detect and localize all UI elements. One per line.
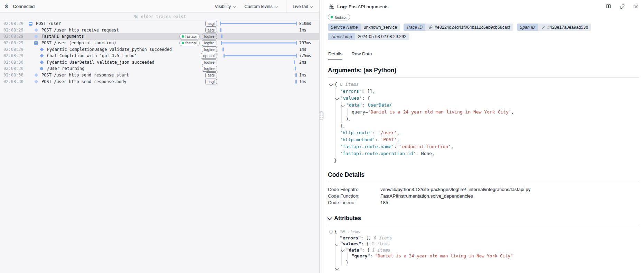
- attributes-section-title: Attributes: [328, 215, 639, 225]
- token: : {: [361, 241, 371, 246]
- token: "values": [340, 241, 361, 246]
- token: 6 items: [340, 82, 359, 87]
- trace-badges: asgi: [205, 27, 217, 33]
- token: : []: [361, 235, 374, 240]
- span-id-value[interactable]: #428e17a0ea9ad53b: [538, 24, 591, 31]
- chevron-down-icon[interactable]: [327, 215, 332, 220]
- indent-guide: [335, 253, 336, 259]
- scope-badge: logfire: [202, 46, 217, 52]
- service-badge: fastapi: [328, 14, 350, 20]
- tree-line: 'errors': [],: [328, 88, 639, 95]
- close-icon[interactable]: [633, 3, 639, 10]
- trace-badges: asgi: [205, 21, 217, 27]
- service-name-label: Service Name: [328, 24, 361, 31]
- token: 'http.method': [340, 137, 375, 142]
- trace-timeline: [220, 65, 297, 72]
- tree-line: 'data': UserData(: [328, 102, 639, 109]
- detail-panel: Log: FastAPI arguments fastapi Service N…: [323, 0, 644, 273]
- duration-bar: [220, 28, 221, 32]
- trace-row-time: 02:08:30: [3, 60, 24, 65]
- trace-badges: logfire: [202, 66, 217, 72]
- indent-guide: [335, 122, 336, 129]
- trace-timeline: [220, 59, 297, 66]
- live-tail-section: Live tail: [286, 0, 319, 12]
- scope-badge: asgi: [205, 79, 217, 84]
- trace-row[interactable]: 02:08:29POST /user (endpoint_function)fa…: [0, 40, 319, 46]
- trace-row[interactable]: 02:08:29Pydantic CompletionUsage validat…: [0, 46, 319, 53]
- duration-bar: [222, 47, 224, 51]
- attributes-title-text: Attributes: [334, 215, 361, 221]
- tab-details[interactable]: Details: [328, 51, 342, 60]
- log-circle-icon: [35, 35, 38, 38]
- trace-span-name: POST /user http send response.start: [41, 73, 129, 78]
- chevron-down-icon[interactable]: [329, 82, 333, 86]
- meta-row-2: Timestamp 2024-05-03 02:08:29.292: [328, 33, 639, 40]
- indent-guide: [335, 150, 336, 157]
- token: 'values': [340, 95, 362, 101]
- duration-bar: [294, 60, 295, 64]
- trace-duration: 1ms: [299, 73, 317, 78]
- trace-row[interactable]: 02:08:29POST /userasgi810ms: [0, 20, 319, 27]
- panel-resize-handle[interactable]: [319, 111, 324, 120]
- custom-levels-dropdown[interactable]: Custom levels: [244, 4, 277, 9]
- token: '/user': [378, 130, 397, 135]
- trace-timeline: [220, 53, 297, 59]
- code-details-table: Code Filepath:venv/lib/python3.12/site-p…: [328, 186, 639, 206]
- tree-line: 'values': {: [328, 95, 639, 102]
- trace-duration: 1ms: [299, 47, 317, 52]
- trace-row[interactable]: 02:08:30POST /user http send response.st…: [0, 72, 319, 79]
- trace-row[interactable]: 02:08:30/User returninglogfire: [0, 65, 319, 72]
- tree-line: [328, 265, 639, 271]
- tree-line: },: [328, 122, 639, 129]
- trace-span-name: Pydantic UserDetail validate_json succee…: [47, 60, 154, 65]
- trace-badges: openai: [201, 53, 217, 59]
- indent-guide: [341, 253, 342, 259]
- trace-id-chip: Trace ID #e8224d24d41f064b112c6eb9cb58ca…: [404, 24, 513, 31]
- trace-duration: 2ms: [299, 60, 317, 65]
- indent-guide: [347, 109, 348, 116]
- trace-badges: logfire: [202, 46, 217, 52]
- tab-raw-data[interactable]: Raw Data: [351, 51, 372, 60]
- trace-list: 02:08:29POST /userasgi810ms02:08:29POST …: [0, 20, 319, 273]
- token: :: [370, 253, 375, 258]
- token: ,: [397, 130, 399, 135]
- visibility-dropdown[interactable]: Visibility: [215, 4, 236, 9]
- token: {: [334, 82, 340, 87]
- duration-bar: [221, 35, 222, 38]
- indent-guide: [335, 235, 336, 241]
- trace-row[interactable]: 02:08:30Pydantic UserDetail validate_jso…: [0, 59, 319, 66]
- collapse-icon[interactable]: [29, 22, 32, 26]
- live-tail-label: Live tail: [293, 4, 308, 9]
- trace-row[interactable]: 02:08:29Chat Completion with 'gpt-3.5-tu…: [0, 53, 319, 59]
- trace-duration: 1ms: [299, 79, 317, 84]
- bug-icon: [328, 3, 334, 10]
- link-icon: [428, 25, 433, 29]
- trace-timeline: [220, 72, 297, 79]
- token: 'errors': [340, 89, 362, 94]
- collapse-icon[interactable]: [34, 41, 38, 45]
- trace-badges: asgi: [205, 72, 217, 78]
- trace-row-time: 02:08:29: [3, 34, 24, 39]
- tree-line: "data": { 1 items: [328, 247, 639, 253]
- token: },: [340, 123, 345, 128]
- trace-id-value[interactable]: #e8224d24d41f064b112c6eb9cb58cacf: [425, 24, 513, 31]
- gear-icon[interactable]: ⚙: [4, 4, 9, 9]
- link-icon[interactable]: [619, 3, 625, 10]
- service-badge-label: fastapi: [186, 34, 197, 38]
- token: : [],: [362, 89, 375, 94]
- indent-guide: [335, 109, 336, 116]
- chevron-down-icon[interactable]: [329, 230, 333, 234]
- arguments-python-tree: { 6 items'errors': [],'values': {'data':…: [328, 81, 639, 164]
- token: }: [334, 158, 337, 163]
- trace-row[interactable]: 02:08:29POST /user http receive requesta…: [0, 27, 319, 34]
- span-id-chip: Span ID #428e17a0ea9ad53b: [517, 24, 591, 31]
- trace-row-time: 02:08:30: [3, 79, 24, 84]
- token: 'Daniel is a 24 year old man living in N…: [368, 109, 511, 115]
- trace-row[interactable]: 02:08:30POST /user http send response.bo…: [0, 78, 319, 85]
- live-tail-dropdown[interactable]: Live tail: [293, 4, 312, 9]
- indent-guide: [335, 88, 336, 95]
- indent-guide: [335, 129, 336, 136]
- trace-badges: fastapilogfire: [179, 40, 217, 46]
- trace-row[interactable]: 02:08:29FastAPI argumentsfastapilogfire: [0, 33, 319, 40]
- reader-icon[interactable]: [605, 3, 612, 10]
